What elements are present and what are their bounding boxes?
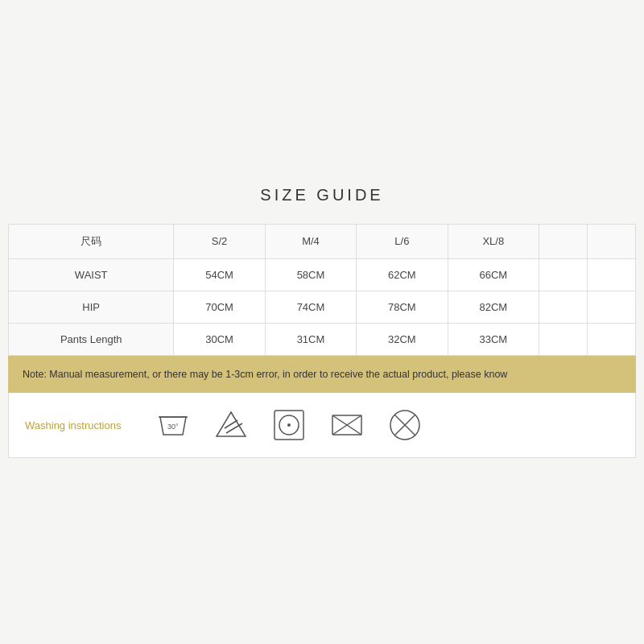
table-row: Pants Length30CM31CM32CM33CM [9, 323, 636, 355]
row-cell [539, 291, 588, 323]
row-cell: 82CM [448, 291, 539, 323]
row-cell: 33CM [448, 323, 539, 355]
row-cell: 78CM [357, 291, 448, 323]
triangle-care-icon [213, 407, 249, 443]
row-cell: 32CM [357, 323, 448, 355]
washing-icons: 30° [155, 407, 423, 443]
row-cell: 70CM [174, 291, 265, 323]
note-bar: Note: Manual measurement, or there may b… [8, 356, 636, 394]
circle-cross-icon [387, 407, 423, 443]
row-cell [539, 323, 588, 355]
row-label: Pants Length [9, 323, 174, 355]
row-cell: 31CM [265, 323, 356, 355]
table-header-cell: L/6 [357, 224, 448, 258]
page-title: SIZE GUIDE [8, 186, 636, 204]
row-cell: 62CM [357, 258, 448, 291]
svg-point-6 [287, 423, 291, 427]
ironing-cross-icon [329, 407, 365, 443]
row-cell: 74CM [265, 291, 356, 323]
table-header-cell [588, 224, 636, 258]
table-header-cell: M/4 [265, 224, 356, 258]
wash-30-icon: 30° [155, 407, 191, 443]
row-cell [588, 323, 636, 355]
row-cell [539, 258, 588, 291]
circle-dot-icon [271, 407, 307, 443]
row-cell: 30CM [174, 323, 265, 355]
table-header-cell [539, 224, 588, 258]
row-label: HIP [9, 291, 174, 323]
table-header-cell: S/2 [174, 224, 265, 258]
washing-label: Washing instructions [25, 419, 130, 431]
row-cell: 66CM [448, 258, 539, 291]
table-header-cell: 尺码 [9, 224, 174, 258]
washing-row: Washing instructions 30° [8, 393, 636, 458]
svg-line-3 [226, 423, 242, 433]
size-guide-container: SIZE GUIDE 尺码S/2M/4L/6XL/8 WAIST54CM58CM… [8, 186, 636, 459]
row-label: WAIST [9, 258, 174, 291]
table-header-cell: XL/8 [448, 224, 539, 258]
table-row: HIP70CM74CM78CM82CM [9, 291, 636, 323]
size-table: 尺码S/2M/4L/6XL/8 WAIST54CM58CM62CM66CMHIP… [8, 224, 636, 356]
row-cell: 54CM [174, 258, 265, 291]
row-cell [588, 291, 636, 323]
svg-text:30°: 30° [167, 423, 179, 431]
row-cell [588, 258, 636, 291]
table-row: WAIST54CM58CM62CM66CM [9, 258, 636, 291]
row-cell: 58CM [265, 258, 356, 291]
table-header-row: 尺码S/2M/4L/6XL/8 [9, 224, 636, 258]
table-body: WAIST54CM58CM62CM66CMHIP70CM74CM78CM82CM… [9, 258, 636, 355]
